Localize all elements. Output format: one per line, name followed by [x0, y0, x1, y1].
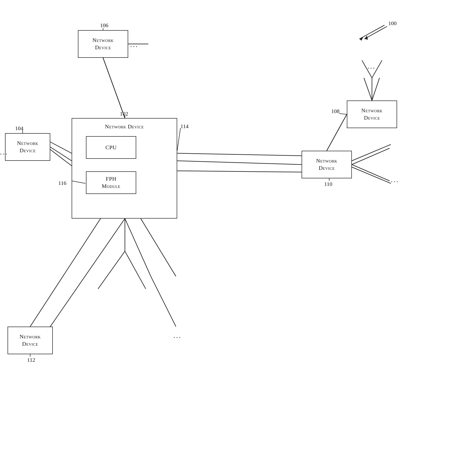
svg-line-14 — [125, 219, 151, 276]
network-device-108: NetworkDevice — [347, 100, 397, 128]
ellipsis-bottom: ... — [173, 332, 182, 340]
network-device-104: NetworkDevice — [5, 133, 50, 161]
network-device-106: NetworkDevice — [78, 30, 128, 58]
cpu-label: CPU — [106, 144, 117, 151]
ref-110: 110 — [324, 181, 332, 187]
network-device-110: NetworkDevice — [302, 151, 352, 178]
svg-line-8 — [352, 165, 390, 181]
fph-box: FPHModule — [86, 171, 136, 194]
cpu-box: CPU — [86, 136, 136, 159]
nd-106-label: NetworkDevice — [92, 37, 114, 51]
ref-112: 112 — [27, 357, 35, 363]
ref-100: 100 — [388, 20, 397, 27]
ref-108: 108 — [331, 108, 340, 115]
ellipsis-110-br: ... — [391, 176, 399, 184]
network-device-112: NetworkDevice — [8, 327, 53, 354]
center-network-device: Network Device CPU FPHModule — [72, 118, 177, 219]
svg-line-0 — [359, 25, 385, 39]
ref-106: 106 — [100, 22, 108, 29]
nd-108-label: NetworkDevice — [361, 107, 383, 121]
nd-104-label: NetworkDevice — [17, 140, 38, 154]
svg-line-2 — [103, 58, 125, 118]
svg-line-6 — [177, 161, 302, 165]
fph-label: FPHModule — [102, 175, 120, 190]
ellipsis-106: ... — [130, 41, 138, 49]
svg-line-12 — [327, 114, 347, 151]
ref-116: 116 — [58, 180, 66, 186]
nd-110-label: NetworkDevice — [316, 157, 338, 172]
nd-112-label: NetworkDevice — [20, 333, 41, 347]
ref-114: 114 — [180, 123, 188, 130]
ellipsis-108: ... — [367, 62, 376, 70]
svg-line-15 — [151, 276, 176, 327]
ref-104: 104 — [15, 125, 23, 132]
ellipsis-104: ... — [0, 148, 8, 156]
svg-line-13 — [50, 219, 125, 327]
svg-line-3 — [50, 147, 72, 161]
center-device-label: Network Device — [72, 123, 177, 130]
svg-line-7 — [352, 148, 390, 165]
ref-102: 102 — [120, 111, 128, 117]
